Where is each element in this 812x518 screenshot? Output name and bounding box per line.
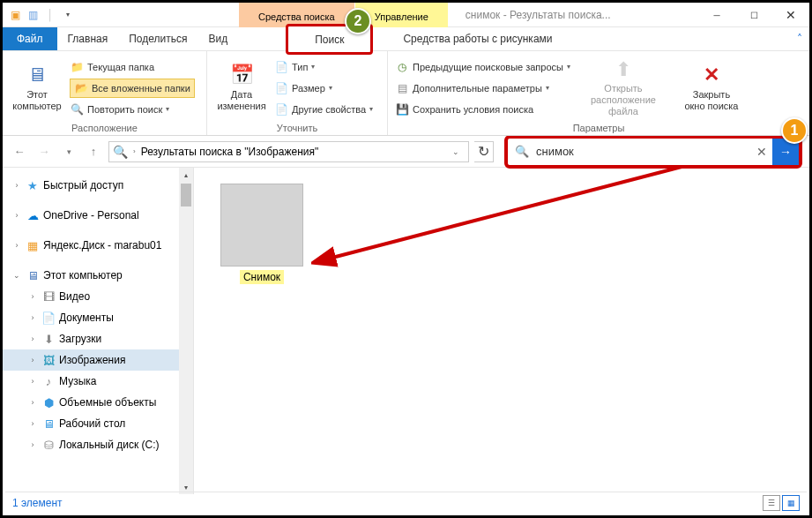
view-mode-buttons: ☰ ▦ — [763, 495, 800, 511]
scroll-up-icon[interactable]: ▴ — [179, 168, 193, 182]
close-search-button[interactable]: ✕ Закрыть окно поиска — [676, 55, 747, 121]
location-group-label: Расположение — [10, 121, 199, 133]
maximize-button[interactable]: ☐ — [735, 3, 772, 27]
file-view[interactable]: Снимок — [194, 168, 809, 494]
quick-access-toolbar: ▣ ▥ │ ▾ — [3, 3, 80, 26]
pictures-icon: 🖼 — [41, 354, 56, 367]
star-icon: ★ — [26, 179, 40, 192]
location-group: 🖥 Этот компьютер 📁Текущая папка 📂Все вло… — [3, 51, 207, 135]
menu-bar: Файл Главная Поделиться Вид Поиск Средст… — [3, 27, 809, 51]
cloud-icon: ☁ — [26, 209, 40, 222]
objects3d-item[interactable]: ›⬢Объемные объекты — [3, 392, 193, 413]
clear-search-button[interactable]: ✕ — [751, 145, 772, 159]
clock-icon: ◷ — [395, 60, 409, 74]
size-button[interactable]: 📄Размер ▾ — [274, 79, 373, 98]
search-again-button[interactable]: 🔍Повторить поиск ▾ — [70, 100, 195, 119]
search-folder-icon: 🔍 — [113, 145, 128, 159]
ribbon: 🖥 Этот компьютер 📁Текущая папка 📂Все вло… — [3, 51, 809, 136]
file-icon: 📄 — [274, 81, 288, 95]
close-button[interactable]: ✕ — [772, 3, 809, 27]
refine-group: 📅 Дата изменения 📄Тип ▾ 📄Размер ▾ 📄Други… — [207, 51, 388, 135]
back-button[interactable]: ← — [10, 142, 29, 161]
file-item[interactable]: Снимок — [220, 184, 303, 284]
this-pc-item[interactable]: ⌄🖥Этот компьютер — [3, 265, 193, 286]
save-icon: 💾 — [395, 102, 409, 116]
refine-group-label: Уточнить — [214, 121, 380, 133]
drive-icon: ⛁ — [41, 439, 56, 452]
videos-item[interactable]: ›🎞Видео — [3, 286, 193, 307]
breadcrumb[interactable]: Результаты поиска в "Изображения" — [141, 146, 319, 158]
divider-icon: │ — [43, 8, 57, 22]
desktop-item[interactable]: ›🖥Рабочий стол — [3, 413, 193, 434]
yandex-disk-item[interactable]: ›▦Яндекс.Диск - marabu01 — [3, 235, 193, 256]
navigation-pane[interactable]: ›★Быстрый доступ ›☁OneDrive - Personal ›… — [3, 168, 194, 494]
onedrive-item[interactable]: ›☁OneDrive - Personal — [3, 205, 193, 226]
ribbon-expand-icon[interactable]: ˄ — [797, 27, 809, 50]
window-controls: ─ ☐ ✕ — [698, 3, 809, 26]
home-tab[interactable]: Главная — [57, 27, 119, 50]
other-properties-button[interactable]: 📄Другие свойства ▾ — [274, 100, 373, 119]
files-icon[interactable]: ▥ — [26, 8, 40, 22]
annotation-badge-1: 1 — [781, 117, 808, 144]
pictures-item[interactable]: ›🖼Изображения — [3, 349, 193, 371]
file-icon: 📄 — [274, 60, 288, 74]
address-bar[interactable]: 🔍 › Результаты поиска в "Изображения" ⌄ — [108, 141, 469, 162]
current-folder-button[interactable]: 📁Текущая папка — [70, 57, 195, 77]
picture-tools-tab[interactable]: Средства работы с рисунками — [392, 27, 562, 50]
options-group-label: Параметры — [395, 121, 802, 133]
scroll-thumb[interactable] — [181, 184, 191, 206]
search-box-wrapper: 🔍 ✕ → — [504, 135, 802, 169]
cube-icon: ⬢ — [41, 396, 56, 409]
folders-icon: 📂 — [74, 81, 88, 95]
music-item[interactable]: ›♪Музыка — [3, 371, 193, 392]
search-field[interactable]: 🔍 — [508, 139, 751, 165]
icons-view-button[interactable]: ▦ — [782, 495, 800, 511]
documents-item[interactable]: ›📄Документы — [3, 307, 193, 328]
this-pc-button[interactable]: 🖥 Этот компьютер — [10, 55, 64, 121]
file-name-label[interactable]: Снимок — [240, 270, 284, 284]
item-count: 1 элемент — [12, 497, 63, 509]
list-icon: ▤ — [395, 81, 409, 95]
navigation-bar: ← → ▾ ↑ 🔍 › Результаты поиска в "Изображ… — [3, 136, 809, 168]
quick-access-item[interactable]: ›★Быстрый доступ — [3, 175, 193, 196]
minimize-button[interactable]: ─ — [698, 3, 735, 27]
date-modified-button[interactable]: 📅 Дата изменения — [214, 55, 269, 121]
search-icon: 🔍 — [515, 145, 529, 158]
all-subfolders-button[interactable]: 📂Все вложенные папки — [70, 79, 195, 98]
advanced-options-button[interactable]: ▤Дополнительные параметры ▾ — [395, 79, 570, 98]
folder-icon: 📁 — [70, 60, 84, 74]
view-tab[interactable]: Вид — [197, 27, 238, 50]
video-icon: 🎞 — [41, 290, 56, 304]
content-area: ›★Быстрый доступ ›☁OneDrive - Personal ›… — [3, 168, 809, 494]
up-button[interactable]: ↑ — [84, 142, 103, 161]
forward-button[interactable]: → — [34, 142, 54, 161]
folder-icon: ▣ — [8, 8, 22, 22]
annotation-badge-2: 2 — [345, 8, 371, 34]
share-tab[interactable]: Поделиться — [118, 27, 197, 50]
document-icon: 📄 — [41, 312, 56, 325]
file-thumbnail[interactable] — [220, 184, 303, 267]
file-menu[interactable]: Файл — [3, 27, 57, 50]
downloads-item[interactable]: ›⬇Загрузки — [3, 328, 193, 349]
address-dropdown-icon[interactable]: ⌄ — [452, 147, 465, 156]
options-group: ◷Предыдущие поисковые запросы ▾ ▤Дополни… — [388, 51, 809, 135]
tree-scrollbar[interactable]: ▴ ▾ — [179, 168, 193, 494]
close-x-icon: ✕ — [704, 64, 719, 86]
recent-locations-button[interactable]: ▾ — [59, 142, 78, 161]
contextual-tabs: Средства поиска Управление — [239, 3, 448, 26]
pc-icon: 🖥 — [26, 269, 40, 282]
refresh-button[interactable]: ↻ — [474, 141, 494, 162]
search-input[interactable] — [536, 145, 744, 158]
recent-searches-button[interactable]: ◷Предыдущие поисковые запросы ▾ — [395, 57, 570, 77]
local-disk-item[interactable]: ›⛁Локальный диск (C:) — [3, 434, 193, 455]
monitor-icon: 🖥 — [27, 64, 47, 86]
details-view-button[interactable]: ☰ — [763, 495, 780, 511]
save-search-button[interactable]: 💾Сохранить условия поиска — [395, 100, 570, 119]
file-icon: 📄 — [274, 102, 288, 116]
title-bar: ▣ ▥ │ ▾ Средства поиска Управление снимо… — [3, 3, 809, 27]
music-icon: ♪ — [41, 375, 56, 388]
download-icon: ⬇ — [41, 333, 56, 346]
status-bar: 1 элемент ☰ ▦ — [5, 492, 807, 513]
qat-dropdown-icon[interactable]: ▾ — [61, 8, 75, 22]
type-button[interactable]: 📄Тип ▾ — [274, 57, 373, 77]
